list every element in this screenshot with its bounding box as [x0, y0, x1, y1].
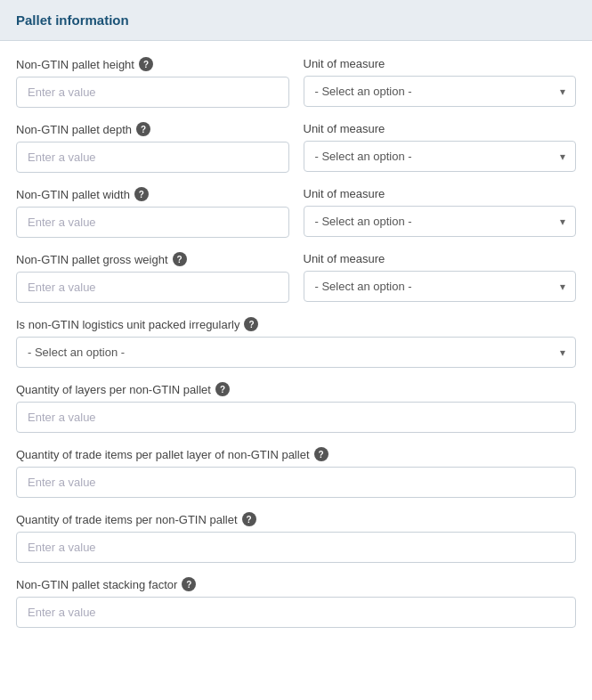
packed-irregularly-label: Is non-GTIN logistics unit packed irregu…	[16, 317, 576, 331]
form-container: Non-GTIN pallet height ? Unit of measure…	[0, 41, 592, 663]
pallet-gross-weight-row: Non-GTIN pallet gross weight ? Unit of m…	[16, 252, 576, 303]
pallet-depth-uom-select[interactable]: - Select an option -	[304, 141, 577, 172]
layers-per-pallet-input[interactable]	[16, 402, 576, 433]
pallet-depth-label: Non-GTIN pallet depth ?	[16, 122, 289, 136]
pallet-depth-uom-group: Unit of measure - Select an option - ▾	[304, 122, 577, 172]
items-per-pallet-row: Quantity of trade items per non-GTIN pal…	[16, 512, 576, 563]
pallet-width-uom-group: Unit of measure - Select an option - ▾	[304, 187, 577, 237]
pallet-depth-uom-label: Unit of measure	[304, 122, 577, 135]
pallet-height-uom-group: Unit of measure - Select an option - ▾	[304, 57, 577, 107]
pallet-gross-weight-uom-select-wrapper: - Select an option - ▾	[304, 271, 577, 302]
pallet-depth-help-icon[interactable]: ?	[136, 122, 150, 136]
page-title: Pallet information	[16, 12, 576, 28]
packed-irregularly-select[interactable]: - Select an option -	[16, 337, 576, 368]
pallet-height-uom-select[interactable]: - Select an option -	[304, 76, 577, 107]
pallet-width-uom-select[interactable]: - Select an option -	[304, 206, 577, 237]
items-per-pallet-layer-row: Quantity of trade items per pallet layer…	[16, 447, 576, 498]
layers-per-pallet-label: Quantity of layers per non-GTIN pallet ?	[16, 382, 576, 396]
layers-per-pallet-row: Quantity of layers per non-GTIN pallet ?	[16, 382, 576, 433]
layers-per-pallet-help-icon[interactable]: ?	[215, 382, 230, 396]
pallet-depth-group: Non-GTIN pallet depth ?	[16, 122, 289, 173]
pallet-width-uom-select-wrapper: - Select an option - ▾	[304, 206, 577, 237]
pallet-gross-weight-uom-label: Unit of measure	[304, 252, 577, 265]
pallet-gross-weight-uom-group: Unit of measure - Select an option - ▾	[304, 252, 577, 302]
pallet-height-help-icon[interactable]: ?	[139, 57, 153, 71]
pallet-height-uom-label: Unit of measure	[304, 57, 577, 70]
pallet-height-group: Non-GTIN pallet height ?	[16, 57, 289, 108]
pallet-gross-weight-label: Non-GTIN pallet gross weight ?	[16, 252, 289, 266]
pallet-height-row: Non-GTIN pallet height ? Unit of measure…	[16, 57, 576, 108]
pallet-width-label: Non-GTIN pallet width ?	[16, 187, 289, 201]
pallet-gross-weight-uom-select[interactable]: - Select an option -	[304, 271, 577, 302]
items-per-pallet-layer-help-icon[interactable]: ?	[314, 447, 328, 461]
pallet-depth-input[interactable]	[16, 142, 289, 173]
pallet-height-label: Non-GTIN pallet height ?	[16, 57, 289, 71]
pallet-depth-row: Non-GTIN pallet depth ? Unit of measure …	[16, 122, 576, 173]
packed-irregularly-select-wrapper: - Select an option - ▾	[16, 337, 576, 368]
items-per-pallet-help-icon[interactable]: ?	[242, 512, 256, 526]
pallet-width-row: Non-GTIN pallet width ? Unit of measure …	[16, 187, 576, 238]
pallet-height-uom-select-wrapper: - Select an option - ▾	[304, 76, 577, 107]
stacking-factor-row: Non-GTIN pallet stacking factor ?	[16, 577, 576, 628]
stacking-factor-help-icon[interactable]: ?	[182, 577, 196, 591]
items-per-pallet-layer-label: Quantity of trade items per pallet layer…	[16, 447, 576, 461]
items-per-pallet-label: Quantity of trade items per non-GTIN pal…	[16, 512, 576, 526]
items-per-pallet-input[interactable]	[16, 532, 576, 563]
pallet-width-uom-label: Unit of measure	[304, 187, 577, 200]
pallet-width-group: Non-GTIN pallet width ?	[16, 187, 289, 238]
packed-irregularly-row: Is non-GTIN logistics unit packed irregu…	[16, 317, 576, 368]
pallet-depth-uom-select-wrapper: - Select an option - ▾	[304, 141, 577, 172]
stacking-factor-label: Non-GTIN pallet stacking factor ?	[16, 577, 576, 591]
pallet-width-help-icon[interactable]: ?	[134, 187, 149, 201]
pallet-width-input[interactable]	[16, 207, 289, 238]
stacking-factor-input[interactable]	[16, 597, 576, 628]
items-per-pallet-layer-input[interactable]	[16, 467, 576, 498]
pallet-gross-weight-input[interactable]	[16, 272, 289, 303]
packed-irregularly-help-icon[interactable]: ?	[244, 317, 258, 331]
page-header: Pallet information	[0, 0, 592, 41]
pallet-gross-weight-group: Non-GTIN pallet gross weight ?	[16, 252, 289, 303]
pallet-gross-weight-help-icon[interactable]: ?	[173, 252, 187, 266]
pallet-height-input[interactable]	[16, 77, 289, 108]
